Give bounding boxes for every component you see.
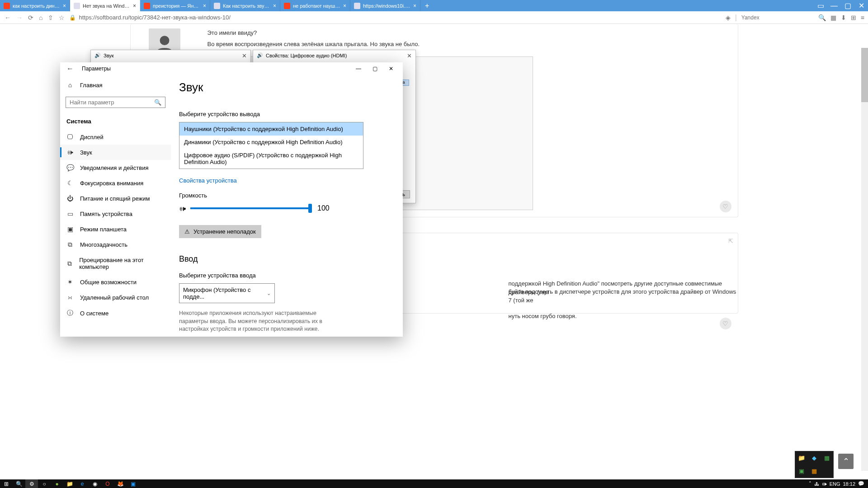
tray-overflow[interactable]: 📁 ◆ ▦ ▣ ▦ — [795, 451, 834, 478]
dialog-title: Свойства: Цифровое аудио (HDMI) — [266, 53, 347, 58]
taskbar-app-icon[interactable]: ▣ — [127, 479, 139, 488]
home-nav[interactable]: ⌂Главная — [60, 77, 171, 93]
select-value: Микрофон (Устройство с подде... — [183, 286, 267, 300]
maximize-icon[interactable]: ▢ — [367, 62, 383, 75]
refresh-icon[interactable]: ⟳ — [27, 14, 34, 21]
nav-sound[interactable]: 🕪Звук — [60, 145, 171, 160]
browser-tab[interactable]: https://windows10i.ru/wj× — [350, 0, 420, 11]
nav-tablet[interactable]: ▣Режим планшета — [60, 221, 171, 237]
cortana-icon[interactable]: ○ — [38, 479, 51, 488]
search-icon: 🔍 — [154, 99, 161, 106]
shield-icon[interactable]: ◈ — [726, 14, 731, 21]
browser-tab[interactable]: не работают наушники× — [280, 0, 350, 11]
tab-label: преистория — Яндекс — [153, 3, 200, 9]
upload-icon[interactable]: ⇧ — [47, 14, 54, 21]
output-device-dropdown[interactable]: Наушники (Устройство с поддержкой High D… — [179, 122, 363, 169]
nav-display[interactable]: 🖵Дисплей — [60, 129, 171, 145]
new-tab-button[interactable]: + — [420, 2, 434, 10]
search-input[interactable] — [70, 99, 154, 106]
close-icon[interactable]: ✕ — [383, 62, 399, 75]
back-icon[interactable]: ← — [64, 65, 76, 73]
device-properties-link[interactable]: Свойства устройства — [179, 177, 237, 184]
tray-chevron-icon[interactable]: ˄ — [809, 481, 811, 487]
firefox-icon[interactable]: 🦊 — [114, 479, 127, 488]
close-icon[interactable]: × — [133, 3, 136, 9]
close-icon[interactable]: ✕ — [407, 52, 412, 59]
close-icon[interactable]: × — [203, 3, 206, 9]
home-icon[interactable]: ⌂ — [38, 14, 43, 21]
volume-slider[interactable] — [190, 207, 310, 209]
close-icon[interactable]: × — [63, 3, 66, 9]
search-icon[interactable]: 🔍 — [818, 14, 826, 21]
tray-icon[interactable] — [821, 465, 833, 478]
nav-shared[interactable]: ✶Общие возможности — [60, 274, 171, 290]
lock-icon: 🔒 — [69, 14, 76, 21]
network-icon[interactable]: 🖧 — [814, 481, 819, 487]
start-button[interactable]: ⊞ — [0, 479, 13, 488]
scrollbar-thumb[interactable] — [861, 48, 868, 102]
settings-taskbar-icon[interactable]: ⚙ — [25, 479, 38, 488]
browser-tab-active[interactable]: Нет звука на Windows× — [70, 0, 140, 11]
maximize-icon[interactable]: ▢ — [841, 0, 854, 11]
tray-icon[interactable]: ▦ — [808, 465, 821, 478]
file-explorer-icon[interactable]: 📁 — [63, 479, 76, 488]
like-button[interactable]: ♡ — [720, 201, 731, 212]
speaker-icon[interactable]: 🕪 — [179, 205, 186, 212]
close-icon[interactable]: ✕ — [242, 52, 247, 59]
language-indicator[interactable]: ENG — [830, 481, 840, 487]
scroll-to-top-button[interactable]: ⌃ — [838, 454, 854, 469]
remote-icon: ›‹ — [66, 294, 74, 301]
close-icon[interactable]: × — [343, 3, 346, 9]
close-icon[interactable]: × — [413, 3, 416, 9]
slider-thumb[interactable] — [308, 204, 312, 213]
search-button[interactable]: 🔍 — [13, 479, 25, 488]
device-option[interactable]: Наушники (Устройство с поддержкой High D… — [179, 122, 363, 136]
apps-icon[interactable]: ⊞ — [851, 14, 856, 21]
menu-icon[interactable]: ≡ — [861, 14, 864, 21]
clock[interactable]: 18:12 — [843, 481, 855, 487]
nav-label: Режим планшета — [80, 226, 127, 233]
device-option[interactable]: Цифровое аудио (S/PDIF) (Устройство с по… — [179, 149, 363, 169]
minimize-icon[interactable]: — — [827, 0, 841, 11]
tray-icon[interactable]: ◆ — [808, 451, 821, 465]
nav-about[interactable]: ⓘО системе — [60, 305, 171, 321]
nav-focus[interactable]: ☾Фокусировка внимания — [60, 175, 171, 191]
taskbar-app-icon[interactable]: ● — [51, 479, 63, 488]
edge-icon[interactable]: e — [76, 479, 89, 488]
chrome-icon[interactable]: ◉ — [89, 479, 101, 488]
tray-icon[interactable]: ▣ — [795, 465, 808, 478]
post-text-partial: буйте подсунуть в диспетчере устройств д… — [509, 288, 739, 305]
extension-icon[interactable]: ▦ — [830, 14, 836, 21]
star-icon[interactable]: ☆ — [58, 14, 66, 21]
scrollbar-track[interactable] — [861, 48, 868, 471]
nav-power[interactable]: ⏻Питание и спящий режим — [60, 191, 171, 206]
input-device-select[interactable]: Микрофон (Устройство с подде... ⌄ — [179, 283, 275, 303]
minimize-icon[interactable]: — — [350, 62, 367, 75]
troubleshoot-button[interactable]: ⚠Устранение неполадок — [179, 225, 261, 238]
nav-remote[interactable]: ›‹Удаленный рабочий стол — [60, 290, 171, 305]
nav-storage[interactable]: ▭Память устройства — [60, 206, 171, 221]
device-option[interactable]: Динамики (Устройство с поддержкой High D… — [179, 136, 363, 149]
notification-center-icon[interactable]: 💬 — [858, 481, 864, 487]
back-icon[interactable]: ← — [4, 14, 12, 21]
search-input[interactable] — [741, 14, 814, 21]
nav-project[interactable]: ⧉Проецирование на этот компьютер — [60, 253, 171, 274]
speaker-icon: 🔊 — [94, 52, 101, 59]
volume-icon[interactable]: 🕪 — [822, 481, 827, 487]
url-field[interactable]: 🔒 https://softboard.ru/topic/73842-нет-з… — [69, 14, 230, 21]
close-icon[interactable]: ✕ — [854, 0, 868, 11]
nav-notifications[interactable]: 💬Уведомления и действия — [60, 160, 171, 175]
opera-icon[interactable]: O — [101, 479, 114, 488]
tray-icon[interactable]: 📁 — [795, 451, 808, 465]
browser-tab[interactable]: преистория — Яндекс× — [140, 0, 210, 11]
nav-multitask[interactable]: ⧉Многозадачность — [60, 237, 171, 253]
browser-tab[interactable]: как настроить динами× — [0, 0, 70, 11]
settings-sidebar: ⌂Главная 🔍 Система 🖵Дисплей 🕪Звук 💬Уведо… — [60, 75, 171, 337]
close-icon[interactable]: × — [273, 3, 276, 9]
browser-tab[interactable]: Как настроить звук на× — [210, 0, 280, 11]
settings-search[interactable]: 🔍 — [66, 97, 165, 108]
share-button[interactable]: ⇱ — [728, 238, 733, 244]
tray-icon[interactable]: ▦ — [821, 451, 833, 465]
download-icon[interactable]: ⬇ — [841, 14, 846, 21]
tabs-overview-icon[interactable]: ▭ — [814, 0, 827, 11]
